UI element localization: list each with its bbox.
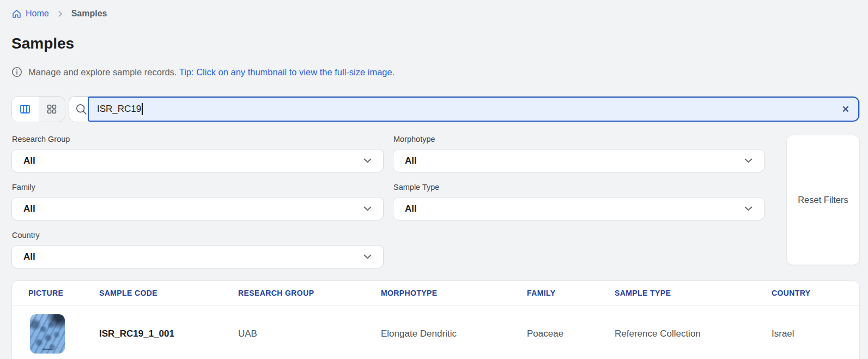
country-select[interactable]: All (11, 245, 384, 268)
grid-view-button[interactable] (39, 97, 65, 122)
chevron-down-icon (363, 206, 372, 211)
column-view-icon (19, 103, 31, 115)
family-label: Family (12, 183, 384, 192)
morphotype-select[interactable]: All (393, 149, 764, 172)
research-group-cell: UAB (222, 328, 365, 339)
filters-column-left: Research Group All Family All (11, 135, 384, 268)
breadcrumb: Home Samples (11, 8, 860, 19)
table-row[interactable]: ISR_RC19_1_001 UAB Elongate Dendritic Po… (12, 306, 859, 359)
filter-family: Family All (11, 183, 384, 220)
column-header-sample-type: SAMPLE TYPE (598, 289, 755, 297)
column-header-country: COUNTRY (755, 289, 859, 297)
filters-panel: Research Group All Family All (11, 135, 860, 268)
column-header-picture: PICTURE (12, 289, 83, 297)
search-input-value: ISR_RC19 (97, 104, 141, 115)
search-bar: ISR_RC19 ✕ (69, 96, 860, 122)
column-header-family: FAMILY (511, 289, 598, 297)
sample-thumbnail-image[interactable] (30, 314, 65, 354)
country-value: All (23, 252, 35, 262)
sample-type-select[interactable]: All (393, 197, 764, 220)
research-group-select[interactable]: All (11, 149, 384, 172)
morphotype-label: Morphotype (393, 135, 764, 144)
info-banner: Manage and explore sample records. Tip: … (11, 67, 860, 77)
breadcrumb-current: Samples (71, 9, 107, 19)
family-select[interactable]: All (11, 197, 384, 220)
breadcrumb-home-link[interactable]: Home (11, 9, 49, 19)
chevron-down-icon (363, 158, 372, 163)
search-input[interactable]: ISR_RC19 ✕ (88, 97, 859, 122)
research-group-value: All (23, 155, 35, 166)
family-value: All (23, 204, 35, 214)
search-icon (69, 97, 88, 122)
research-group-label: Research Group (12, 135, 384, 144)
morphotype-value: All (405, 155, 417, 166)
family-cell: Poaceae (511, 328, 598, 339)
table-header-row: PICTURE SAMPLE CODE RESEARCH GROUP MORPH… (12, 281, 859, 306)
toolbar: ISR_RC19 ✕ (11, 96, 860, 122)
view-toggle-group (11, 96, 65, 122)
info-text-main: Manage and explore sample records. (28, 67, 177, 77)
column-header-research-group: RESEARCH GROUP (222, 289, 365, 297)
column-header-sample-code: SAMPLE CODE (83, 289, 222, 297)
sample-type-label: Sample Type (393, 183, 764, 192)
chevron-right-icon (57, 10, 64, 17)
column-view-button[interactable] (12, 97, 39, 122)
page-title: Samples (11, 35, 860, 52)
filter-country: Country All (11, 231, 384, 268)
column-header-morphotype: MORPHOTYPE (365, 289, 511, 297)
sample-type-cell: Reference Collection (598, 328, 755, 339)
chevron-down-icon (744, 206, 752, 211)
info-tip: Tip: Click on any thumbnail to view the … (179, 67, 395, 77)
picture-cell (12, 314, 83, 354)
filters-column-right: Morphotype All Sample Type All (393, 135, 764, 220)
filter-morphotype: Morphotype All (393, 135, 764, 172)
sample-code-cell: ISR_RC19_1_001 (83, 328, 222, 339)
info-icon (11, 67, 22, 77)
samples-table: PICTURE SAMPLE CODE RESEARCH GROUP MORPH… (11, 280, 860, 359)
morphotype-cell: Elongate Dendritic (365, 328, 511, 339)
sample-type-value: All (405, 204, 417, 214)
filter-sample-type: Sample Type All (393, 183, 764, 220)
country-label: Country (12, 231, 384, 240)
grid-view-icon (46, 104, 57, 115)
info-text: Manage and explore sample records. Tip: … (28, 67, 394, 77)
home-icon (11, 9, 22, 19)
text-caret (142, 103, 143, 115)
clear-search-icon[interactable]: ✕ (842, 105, 849, 114)
samples-page: Home Samples Samples Manage and explore … (0, 0, 868, 359)
filter-research-group: Research Group All (11, 135, 384, 172)
reset-filters-button[interactable]: Reset Filters (786, 135, 860, 265)
country-cell: Israel (755, 328, 859, 339)
chevron-down-icon (744, 158, 752, 163)
breadcrumb-home-label[interactable]: Home (26, 9, 49, 19)
chevron-down-icon (363, 254, 372, 259)
